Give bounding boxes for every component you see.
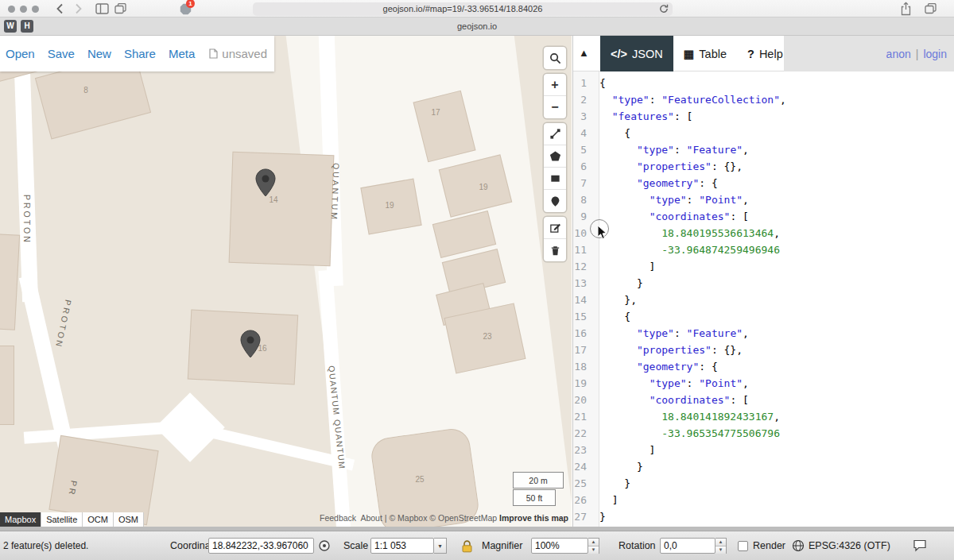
line-number: 18 xyxy=(573,358,594,375)
code-line[interactable]: 3 "features": [ xyxy=(573,108,954,125)
window-minimize-icon[interactable] xyxy=(20,6,27,13)
crs-status-button[interactable]: EPSG:4326 (OTF) xyxy=(792,538,890,554)
back-button[interactable] xyxy=(56,3,64,14)
building-number: 19 xyxy=(385,201,394,210)
share-menu[interactable]: Share xyxy=(124,47,156,60)
feedback-link[interactable]: Feedback xyxy=(320,513,356,523)
code-line[interactable]: 5 "type": "Feature", xyxy=(573,141,954,158)
code-line[interactable]: 19 "type": "Point", xyxy=(573,375,954,392)
code-line[interactable]: 21 18.840141892433167, xyxy=(573,408,954,425)
anon-link[interactable]: anon xyxy=(886,48,911,60)
url-bar[interactable]: geojson.io/#map=19/-33.96514/18.84026 xyxy=(253,2,673,16)
zoom-out-button[interactable]: − xyxy=(544,96,566,118)
scale-input[interactable] xyxy=(370,538,434,554)
login-link[interactable]: login xyxy=(923,48,947,60)
code-line[interactable]: 2 "type": "FeatureCollection", xyxy=(573,91,954,108)
rotation-down-arrow[interactable]: ▼ xyxy=(716,546,726,554)
polygon-icon xyxy=(549,150,561,162)
tab-table[interactable]: ▦ Table xyxy=(673,36,737,71)
layer-osm[interactable]: OSM xyxy=(114,512,144,527)
edit-layers-button[interactable] xyxy=(544,217,566,239)
osm-link[interactable]: © OpenStreetMap xyxy=(429,513,497,523)
window-zoom-icon[interactable] xyxy=(32,6,39,13)
collapse-pane-arrow[interactable]: ▲ xyxy=(579,47,589,59)
code-line[interactable]: 25 } xyxy=(573,475,954,492)
code-text: ] xyxy=(594,258,655,275)
code-line[interactable]: 20 "coordinates": [ xyxy=(573,392,954,408)
code-text: "type": "FeatureCollection", xyxy=(594,91,786,108)
layer-satellite[interactable]: Satellite xyxy=(41,512,83,527)
draw-line-button[interactable] xyxy=(544,123,566,145)
code-line[interactable]: 12 ] xyxy=(573,258,954,275)
draw-polygon-button[interactable] xyxy=(544,145,566,168)
scale-dropdown-arrow[interactable]: ▾ xyxy=(434,538,447,554)
code-line[interactable]: 24 } xyxy=(573,458,954,475)
map-marker[interactable] xyxy=(240,330,261,358)
magnifier-up-arrow[interactable]: ▲ xyxy=(588,539,599,546)
coordinate-input[interactable] xyxy=(208,538,314,554)
road-bottom xyxy=(24,421,177,443)
new-tab-icon[interactable] xyxy=(925,3,937,14)
mouse-position-button[interactable] xyxy=(318,538,331,554)
code-line[interactable]: 15 { xyxy=(573,308,954,325)
zoom-in-button[interactable]: + xyxy=(544,74,566,96)
code-line[interactable]: 17 "properties": {}, xyxy=(573,342,954,358)
code-text: "type": "Point", xyxy=(594,375,749,392)
draw-rectangle-button[interactable] xyxy=(544,168,566,190)
messages-button[interactable] xyxy=(913,538,927,554)
share-icon[interactable] xyxy=(900,2,912,16)
editor-pane: ▲ </> JSON ▦ Table ? Help anon | login xyxy=(572,36,954,527)
json-editor[interactable]: 1{2 "type": "FeatureCollection",3 "featu… xyxy=(573,71,954,527)
line-number: 11 xyxy=(573,241,594,258)
map[interactable]: 8 17 19 19 14 23 16 25 PROTON PROTON PR … xyxy=(0,36,572,527)
render-checkbox[interactable] xyxy=(738,541,748,551)
lock-scale-button[interactable] xyxy=(461,538,473,554)
open-menu[interactable]: Open xyxy=(6,47,35,60)
new-menu[interactable]: New xyxy=(87,47,111,60)
code-line[interactable]: 23 ] xyxy=(573,442,954,458)
search-button[interactable] xyxy=(544,47,566,69)
code-line[interactable]: 11 -33.964874259496946 xyxy=(573,241,954,258)
refresh-icon[interactable] xyxy=(659,4,669,14)
meta-menu[interactable]: Meta xyxy=(169,47,195,60)
code-line[interactable]: 10 18.840195536613464, xyxy=(573,225,954,241)
draw-marker-button[interactable] xyxy=(544,190,566,212)
geojson-toolbar: Open Save New Share Meta unsaved xyxy=(0,36,274,71)
code-line[interactable]: 9 "coordinates": [ xyxy=(573,208,954,225)
code-line[interactable]: 16 "type": "Feature", xyxy=(573,325,954,342)
code-line[interactable]: 27} xyxy=(573,508,954,525)
rotation-up-arrow[interactable]: ▲ xyxy=(716,539,726,546)
magnifier-down-arrow[interactable]: ▼ xyxy=(588,546,599,554)
line-number: 24 xyxy=(573,458,594,475)
tab-json[interactable]: </> JSON xyxy=(600,36,673,71)
code-line[interactable]: 13 } xyxy=(573,275,954,292)
layer-ocm[interactable]: OCM xyxy=(83,512,114,527)
forward-button[interactable] xyxy=(75,3,83,14)
sidebar-icon[interactable] xyxy=(95,3,109,14)
code-lines: 1{2 "type": "FeatureCollection",3 "featu… xyxy=(573,75,954,525)
rotation-input[interactable] xyxy=(660,538,716,554)
code-line[interactable]: 8 "type": "Point", xyxy=(573,191,954,208)
code-line[interactable]: 7 "geometry": { xyxy=(573,175,954,191)
mapbox-link[interactable]: © Mapbox xyxy=(389,513,427,523)
code-line[interactable]: 26 ] xyxy=(573,492,954,508)
save-menu[interactable]: Save xyxy=(48,47,75,60)
code-line[interactable]: 22 -33.965354775506796 xyxy=(573,425,954,442)
lock-icon xyxy=(461,539,473,553)
tab-overview-icon[interactable] xyxy=(114,3,126,14)
improve-map-link[interactable]: Improve this map xyxy=(499,513,568,523)
about-link[interactable]: About xyxy=(360,513,382,523)
code-text: { xyxy=(594,75,606,91)
delete-layers-button[interactable] xyxy=(544,239,566,261)
active-tab[interactable]: geojson.io xyxy=(0,17,954,36)
magnifier-input[interactable] xyxy=(531,538,588,554)
code-line[interactable]: 6 "properties": {}, xyxy=(573,158,954,175)
code-line[interactable]: 4 { xyxy=(573,125,954,141)
layer-mapbox[interactable]: Mapbox xyxy=(0,512,41,527)
map-marker[interactable] xyxy=(255,168,276,197)
code-line[interactable]: 18 "geometry": { xyxy=(573,358,954,375)
window-close-icon[interactable] xyxy=(8,6,15,13)
code-line[interactable]: 14 }, xyxy=(573,292,954,308)
code-text: "type": "Feature", xyxy=(594,141,749,158)
code-line[interactable]: 1{ xyxy=(573,75,954,91)
